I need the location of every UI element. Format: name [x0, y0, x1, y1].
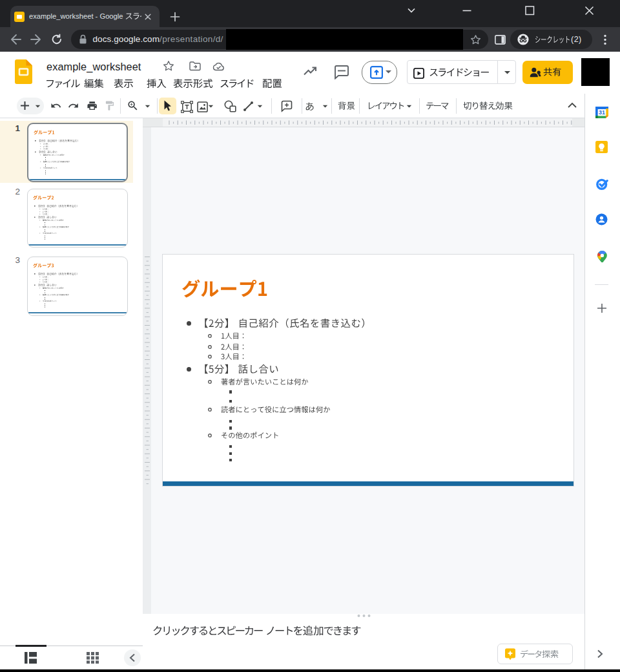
svg-text:31: 31 [599, 109, 605, 116]
